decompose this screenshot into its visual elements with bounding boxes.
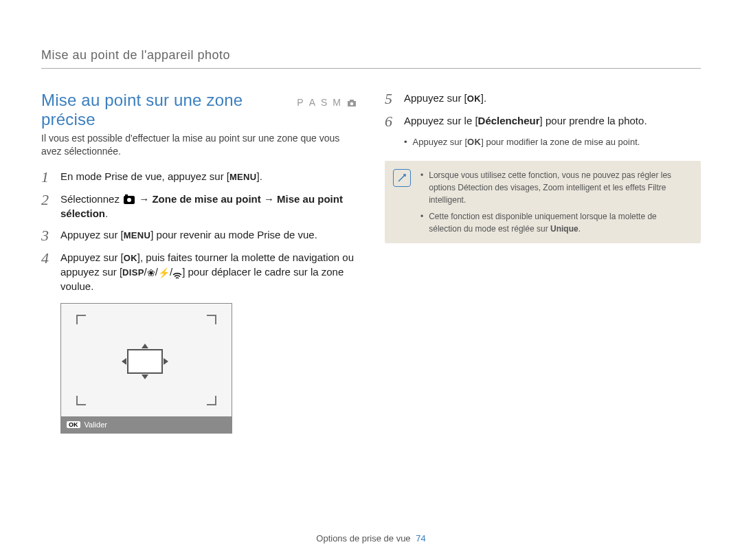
disp-key: DISP [122, 267, 144, 279]
arrow-left-icon [122, 358, 126, 365]
page-footer: Options de prise de vue 74 [0, 533, 742, 544]
step-number: 1 [41, 170, 60, 185]
menu-key: MENU [229, 171, 256, 183]
step-number: 4 [41, 251, 60, 266]
right-column: 5 Appuyez sur [OK]. 6 Appuyez sur le [Dé… [385, 91, 701, 434]
step-4: Appuyez sur [OK], puis faites tourner la… [60, 250, 357, 293]
step-6: Appuyez sur le [Déclencheur] pour prendr… [404, 113, 701, 128]
step-1: En mode Prise de vue, appuyez sur [MENU]… [60, 169, 357, 183]
ok-key: OK [467, 136, 481, 148]
focus-preview-illustration: OK Valider [60, 303, 232, 434]
info-icon [393, 169, 411, 187]
info-note: • Lorsque vous utilisez cette fonction, … [385, 161, 701, 243]
step-5: Appuyez sur [OK]. [404, 91, 701, 105]
flash-icon: ⚡ [158, 268, 170, 278]
page-number: 74 [416, 533, 425, 544]
preview-label: Valider [85, 421, 107, 429]
mode-p: P [297, 97, 307, 108]
ok-key: OK [467, 93, 481, 105]
section-title: Mise au point sur une zone précise [41, 91, 287, 129]
step-number: 6 [385, 114, 404, 129]
corner-icon [76, 396, 86, 405]
step-2: Sélectionnez → Zone de mise au point → M… [60, 192, 357, 221]
mode-badges: P A S M [297, 97, 357, 108]
camera-icon [124, 196, 135, 204]
page-header: Mise au point de l'appareil photo [41, 48, 701, 69]
corner-icon [76, 315, 86, 324]
mode-s: S [321, 97, 331, 108]
mode-a: A [309, 97, 319, 108]
bullet-icon: • [420, 210, 423, 235]
step-3: Appuyez sur [MENU] pour revenir au mode … [60, 227, 357, 242]
arrow-right-icon [164, 358, 168, 365]
bullet-icon: • [404, 136, 407, 148]
corner-icon [207, 396, 216, 405]
left-column: Mise au point sur une zone précise P A S… [41, 91, 357, 434]
note-line-1: Lorsque vous utilisez cette fonction, vo… [429, 169, 691, 206]
footer-label: Options de prise de vue [316, 533, 410, 544]
note-line-2: Cette fonction est disponible uniquement… [429, 210, 691, 235]
step-number: 2 [41, 192, 60, 208]
arrow-up-icon [142, 344, 148, 348]
step-number: 5 [385, 91, 404, 107]
step-number: 3 [41, 228, 60, 243]
svg-point-0 [350, 102, 353, 105]
bullet-icon: • [420, 169, 423, 206]
menu-key: MENU [124, 229, 150, 242]
ok-chip: OK [67, 421, 80, 428]
section-intro: Il vous est possible d'effectuer la mise… [41, 132, 357, 158]
focus-rectangle [127, 349, 163, 374]
step-6-subnote: • Appuyez sur [OK] pour modifier la zone… [404, 136, 701, 148]
corner-icon [207, 315, 216, 324]
macro-icon: ❀ [147, 268, 155, 278]
camera-mode-icon [346, 98, 357, 107]
ok-key: OK [124, 252, 137, 265]
arrow-down-icon [142, 374, 148, 379]
mode-m: M [333, 97, 341, 108]
wifi-icon [172, 269, 182, 277]
